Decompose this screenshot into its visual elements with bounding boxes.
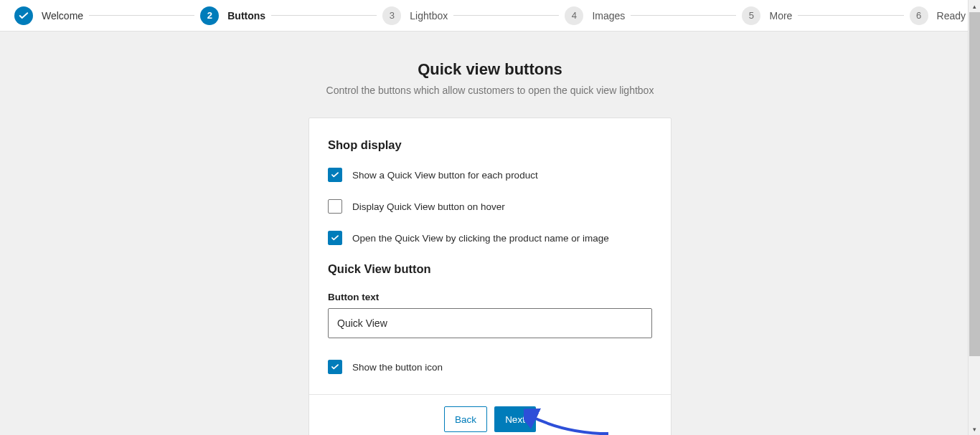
step-circle-active: 2 bbox=[200, 6, 219, 25]
step-circle: 4 bbox=[565, 6, 583, 25]
section-heading-quick-view-button: Quick View button bbox=[328, 262, 652, 276]
step-connector bbox=[89, 15, 194, 16]
scrollbar-track[interactable] bbox=[969, 12, 980, 423]
checkbox-display-on-hover[interactable] bbox=[328, 199, 342, 214]
scrollbar-up-arrow-icon[interactable]: ▴ bbox=[969, 0, 980, 12]
scrollbar-thumb[interactable] bbox=[969, 12, 980, 356]
checkbox-row-show-button: Show a Quick View button for each produc… bbox=[328, 168, 652, 182]
button-text-input[interactable] bbox=[328, 308, 652, 338]
step-label: Buttons bbox=[227, 10, 265, 21]
checkbox-label: Show the button icon bbox=[352, 362, 443, 373]
checkbox-row-show-icon: Show the button icon bbox=[328, 360, 652, 374]
checkbox-row-open-click: Open the Quick View by clicking the prod… bbox=[328, 231, 652, 245]
card-footer: Back Next bbox=[309, 394, 671, 435]
check-icon bbox=[330, 233, 340, 243]
check-icon bbox=[330, 170, 340, 180]
page-subtitle: Control the buttons which allow customer… bbox=[326, 85, 654, 96]
step-welcome[interactable]: Welcome bbox=[14, 6, 83, 25]
button-text-label: Button text bbox=[328, 292, 652, 302]
checkbox-label: Open the Quick View by clicking the prod… bbox=[352, 233, 609, 244]
step-more[interactable]: 5 More bbox=[742, 6, 792, 25]
next-button[interactable]: Next bbox=[494, 406, 536, 432]
step-label: Lightbox bbox=[410, 10, 448, 21]
wizard-stepper: Welcome 2 Buttons 3 Lightbox 4 Images 5 … bbox=[0, 0, 980, 32]
step-buttons[interactable]: 2 Buttons bbox=[200, 6, 265, 25]
checkbox-open-by-click[interactable] bbox=[328, 231, 342, 245]
page-title: Quick view buttons bbox=[418, 60, 562, 79]
step-images[interactable]: 4 Images bbox=[565, 6, 625, 25]
step-circle: 3 bbox=[382, 6, 401, 25]
check-icon bbox=[17, 9, 30, 22]
step-connector bbox=[631, 15, 736, 16]
check-icon bbox=[330, 362, 340, 372]
step-label: More bbox=[769, 10, 792, 21]
step-circle: 6 bbox=[910, 6, 928, 25]
step-label: Welcome bbox=[42, 10, 83, 21]
back-button[interactable]: Back bbox=[444, 406, 487, 432]
step-connector bbox=[271, 15, 377, 16]
step-circle-completed bbox=[14, 6, 33, 25]
checkbox-show-quick-view[interactable] bbox=[328, 168, 342, 182]
checkbox-row-hover: Display Quick View button on hover bbox=[328, 199, 652, 214]
vertical-scrollbar[interactable]: ▴ ▾ bbox=[968, 0, 980, 435]
checkbox-show-button-icon[interactable] bbox=[328, 360, 342, 374]
card-body: Shop display Show a Quick View button fo… bbox=[309, 118, 671, 394]
checkbox-label: Show a Quick View button for each produc… bbox=[352, 170, 538, 181]
checkbox-label: Display Quick View button on hover bbox=[352, 201, 505, 212]
section-heading-shop-display: Shop display bbox=[328, 138, 652, 152]
step-circle: 5 bbox=[742, 6, 760, 25]
scrollbar-down-arrow-icon[interactable]: ▾ bbox=[969, 423, 980, 435]
step-label: Ready bbox=[937, 10, 966, 21]
settings-card: Shop display Show a Quick View button fo… bbox=[308, 118, 672, 435]
content-area: Quick view buttons Control the buttons w… bbox=[0, 32, 980, 435]
step-lightbox[interactable]: 3 Lightbox bbox=[382, 6, 448, 25]
step-connector bbox=[798, 15, 903, 16]
step-connector bbox=[453, 15, 559, 16]
step-ready[interactable]: 6 Ready bbox=[910, 6, 966, 25]
step-label: Images bbox=[592, 10, 625, 21]
